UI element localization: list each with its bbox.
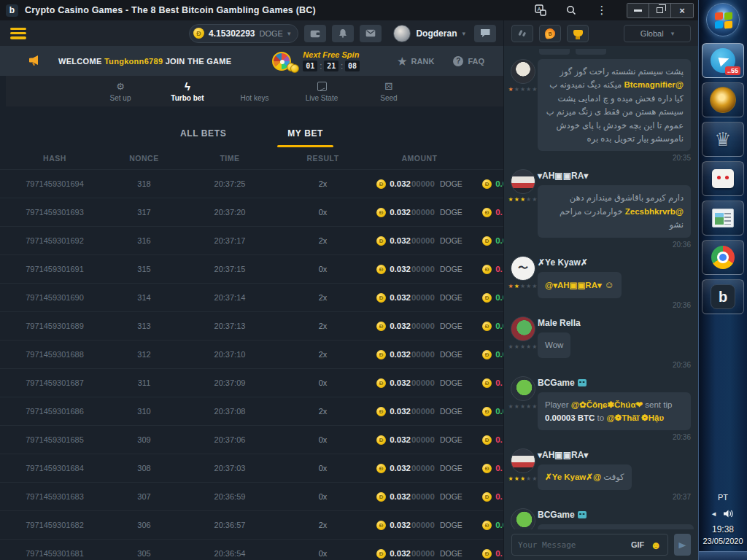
taskbar-item-bcgame[interactable]: b [702,279,744,314]
message-bubble: Wow [538,332,570,357]
show-desktop-button[interactable] [699,551,747,560]
search-icon[interactable] [561,3,581,18]
balance-dropdown[interactable]: Đ 4.15302293 DOGE ▾ [189,24,298,43]
avatar[interactable] [511,256,535,281]
user-mention[interactable]: @▾AH▣▣RA▾ [545,281,602,289]
message-text: 0.00003 BTC [545,413,595,422]
table-row[interactable]: 797145930168530920:37:060xĐ0.03200000DOG… [0,425,503,454]
minimize-button[interactable] [627,4,649,18]
welcome-username: Tungkonn6789 [104,57,163,66]
user-mention[interactable]: @Btcmagnifier [624,80,684,89]
table-row[interactable]: 797145930168230620:36:572xĐ0.03200000DOG… [0,510,503,539]
taskbar-item-chrome[interactable] [702,240,744,275]
message-username[interactable]: ✗Ye Kyaw✗ [538,257,588,268]
emoji-button[interactable]: ☻ [650,540,662,551]
setting-hot-keys[interactable]: Hot keys [233,81,276,102]
hidden-icons-arrow[interactable]: ◂ [712,509,716,518]
messages-button[interactable] [360,25,382,42]
message-input[interactable] [518,540,625,550]
free-spin-widget[interactable]: Next Free Spin 01: 21: 08 [272,50,360,71]
chat-channel-dropdown[interactable]: Global ▾ [624,25,691,42]
avatar[interactable] [511,59,535,84]
rank-button[interactable]: ★ RANK [398,55,434,67]
table-row[interactable]: 797145930168731120:37:090xĐ0.03200000DOG… [0,368,503,397]
chat-message: ★★★★★پشت سیستم نشسته راحت گوز گوز @Btcma… [508,59,691,162]
speaker-icon[interactable] [723,509,734,518]
translate-icon[interactable]: A [530,3,551,18]
window-title: Crypto Casino Games - The 8 Best Bitcoin… [25,5,316,15]
avatar[interactable] [511,376,535,401]
gif-button[interactable]: GIF [631,540,644,549]
message-username[interactable]: ▾AH▣▣RA▾ [538,171,588,181]
table-row[interactable]: 797145930168130520:36:540xĐ0.03200000DOG… [0,539,503,560]
contest-button[interactable] [567,25,589,42]
taskbar-item-game[interactable] [702,82,744,117]
doge-coin-icon: Đ [482,521,492,530]
fireball-button[interactable]: B [539,25,561,42]
notifications-button[interactable] [332,25,354,42]
time-cell: 20:37:06 [179,435,281,444]
table-row[interactable]: 797145930169231620:37:172xĐ0.03200000DOG… [0,226,503,254]
message-username[interactable]: BCGame [538,510,587,520]
hash-cell: 7971459301687 [0,378,109,387]
language-indicator[interactable]: PT [718,493,728,502]
restore-button[interactable] [649,4,671,18]
setting-live-state[interactable]: Live State [301,81,343,102]
wallet-button[interactable] [304,25,326,42]
taskbar-item-telegram[interactable]: ..55 [702,43,744,78]
user-mention[interactable]: @Zecsbhkrvrb [625,207,684,216]
user-menu[interactable]: Dogderan ▾ [393,25,465,42]
rank-label: RANK [411,57,435,66]
faq-button[interactable]: ? FAQ [453,56,484,66]
table-row[interactable]: 797145930168430820:37:030xĐ0.03200000DOG… [0,454,503,482]
table-row[interactable]: 797145930169031420:37:142xĐ0.03200000DOG… [0,283,503,311]
amount-value: 0.032 [390,435,411,444]
setting-seed[interactable]: ⚄ Seed [368,81,410,102]
table-row[interactable]: 797145930169431820:37:252xĐ0.03200000DOG… [0,169,503,198]
menu-dots-icon[interactable]: ⋮ [592,3,612,18]
taskbar-item-crown-app[interactable]: ♛ [702,122,744,157]
table-row[interactable]: 797145930168931320:37:132xĐ0.03200000DOG… [0,311,503,340]
avatar[interactable] [511,169,535,194]
tab-my-bet[interactable]: MY BET [277,128,333,147]
taskbar-item-window-app[interactable] [702,201,744,236]
close-button[interactable]: × [671,4,693,18]
close-icon: × [679,6,685,15]
user-mention[interactable]: @❁Thãĩ ❁Hậʋ [606,413,664,422]
message-username[interactable]: ▾AH▣▣RA▾ [538,450,588,460]
message-text: sent tip [643,400,672,409]
result-cell: 0x [281,265,365,273]
rain-button[interactable] [511,25,533,42]
table-row[interactable]: 797145930168330720:36:590xĐ0.03200000DOG… [0,482,503,510]
avatar[interactable] [511,448,535,473]
setting-set-up[interactable]: ⚙ Set up [99,81,142,102]
result-cell: 2x [281,521,365,529]
hamburger-menu-icon[interactable] [10,28,26,39]
setting-turbo-bet[interactable]: ϟ Turbo bet [166,81,209,102]
table-row[interactable]: 797145930168631020:37:082xĐ0.03200000DOG… [0,397,503,425]
message-username[interactable]: Male Rella [538,318,581,328]
table-row[interactable]: 797145930168831220:37:102xĐ0.03200000DOG… [0,340,503,368]
taskbar-item-dice-app[interactable] [702,161,744,196]
send-button[interactable]: ▶ [674,534,691,556]
user-mention[interactable]: @✿Čôηɕ✽Čhúα❤ [571,400,643,409]
chat-toggle-button[interactable] [474,25,496,42]
hash-cell: 7971459301693 [0,208,109,217]
tab-all-bets[interactable]: ALL BETS [170,128,236,147]
start-button[interactable] [706,3,740,36]
star-icon: ★ [514,343,520,350]
amount-cell: Đ0.03200000DOGE [365,492,474,502]
amount-currency: DOGE [440,549,462,558]
user-mention[interactable]: @✗Ye Kyaw✗ [545,472,601,481]
avatar[interactable] [511,508,535,529]
table-row[interactable]: 797145930169131520:37:150xĐ0.03200000DOG… [0,254,503,283]
taskbar-date[interactable]: 23/05/2020 [703,537,743,545]
message-username[interactable]: BCGame [538,378,587,388]
amount-currency: DOGE [440,265,462,273]
taskbar-clock[interactable]: 19:38 [712,524,734,534]
avatar[interactable] [511,316,535,341]
result-cell: 0x [281,464,365,472]
table-row[interactable]: 797145930169331720:37:200xĐ0.03200000DOG… [0,198,503,226]
welcome-label: WELCOME [58,57,102,66]
chat-message: ★★★★★BCGamePlayer @✿Čôηɕ✽Čhúα❤ sent tip … [508,376,691,442]
